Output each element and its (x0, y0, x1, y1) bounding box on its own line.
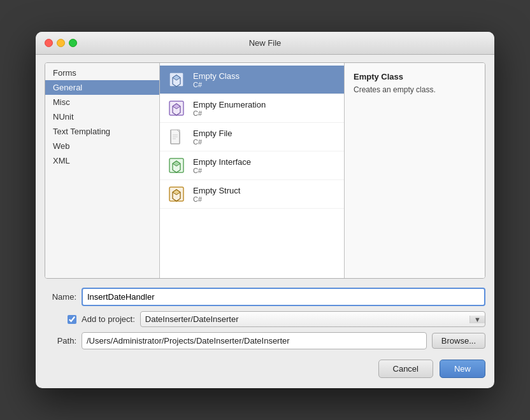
path-row: Path: Browse... (45, 332, 485, 349)
file-item-empty-enumeration[interactable]: Empty Enumeration C# (160, 94, 344, 123)
maximize-button[interactable] (69, 39, 77, 47)
file-item-empty-class[interactable]: Empty Class C# (160, 66, 344, 94)
title-bar: New File (36, 32, 494, 55)
dialog-title: New File (249, 38, 282, 48)
add-to-project-checkbox[interactable] (68, 315, 76, 324)
file-item-empty-file[interactable]: Empty File C# (160, 123, 344, 151)
select-arrow-icon: ▼ (469, 316, 485, 323)
sidebar-item-nunit[interactable]: NUnit (45, 109, 159, 124)
empty-class-text: Empty Class C# (193, 71, 240, 88)
sidebar-item-xml[interactable]: XML (45, 153, 159, 168)
panels-container: Forms General Misc NUnit Text Templating… (45, 62, 485, 279)
name-row: Name: (45, 288, 485, 306)
empty-interface-text: Empty Interface C# (193, 157, 251, 174)
name-input[interactable] (82, 288, 485, 306)
project-select[interactable]: DateInserter/DateInserter (141, 312, 469, 326)
sidebar-item-forms[interactable]: Forms (45, 66, 159, 80)
empty-enumeration-icon (166, 98, 187, 118)
dialog-body: Forms General Misc NUnit Text Templating… (36, 55, 494, 388)
sidebar-item-general[interactable]: General (45, 80, 159, 95)
right-panel-description: Creates an empty class. (354, 85, 476, 94)
sidebar-item-text-templating[interactable]: Text Templating (45, 124, 159, 139)
project-select-wrapper[interactable]: DateInserter/DateInserter ▼ (140, 311, 485, 327)
right-panel-title: Empty Class (354, 72, 476, 81)
sidebar-item-web[interactable]: Web (45, 139, 159, 153)
minimize-button[interactable] (57, 39, 65, 47)
empty-struct-icon (166, 184, 187, 204)
right-panel: Empty Class Creates an empty class. (345, 63, 485, 278)
add-to-project-row: Add to project: DateInserter/DateInserte… (45, 311, 485, 327)
left-panel: Forms General Misc NUnit Text Templating… (45, 63, 160, 278)
new-file-dialog: New File Forms General Misc NUnit T (36, 32, 494, 388)
buttons-row: Cancel New (45, 360, 485, 381)
file-item-empty-struct[interactable]: Empty Struct C# (160, 180, 344, 209)
sidebar-item-misc[interactable]: Misc (45, 95, 159, 109)
cancel-button[interactable]: Cancel (378, 360, 433, 378)
empty-class-icon (166, 69, 187, 90)
empty-enumeration-text: Empty Enumeration C# (193, 100, 266, 117)
empty-file-text: Empty File C# (193, 129, 232, 146)
new-button[interactable]: New (440, 360, 485, 378)
browse-button[interactable]: Browse... (432, 333, 485, 349)
name-label: Name: (45, 292, 76, 302)
form-section: Name: Add to project: DateInserter/DateI… (45, 288, 485, 349)
path-input[interactable] (82, 332, 427, 349)
empty-struct-text: Empty Struct C# (193, 186, 240, 203)
add-to-project-label: Add to project: (82, 314, 135, 324)
empty-interface-icon (166, 155, 187, 176)
path-label: Path: (45, 336, 76, 346)
empty-file-icon (166, 127, 187, 147)
file-item-empty-interface[interactable]: Empty Interface C# (160, 151, 344, 180)
close-button[interactable] (45, 39, 53, 47)
middle-panel: Empty Class C# Empty Enumeration (160, 63, 345, 278)
window-controls (45, 39, 77, 47)
